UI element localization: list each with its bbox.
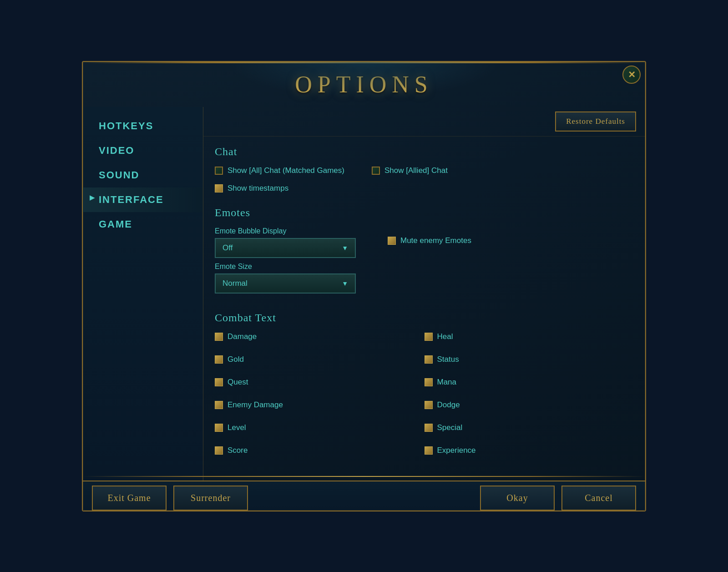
damage-row: Damage bbox=[215, 332, 425, 341]
emote-size-value: Normal bbox=[222, 279, 248, 288]
gold-row: Gold bbox=[215, 355, 425, 364]
combat-text-left-col: Damage Gold Quest bbox=[215, 332, 425, 461]
mana-label: Mana bbox=[437, 378, 457, 387]
special-row: Special bbox=[425, 423, 634, 432]
all-chat-label: Show [All] Chat (Matched Games) bbox=[228, 166, 344, 175]
sidebar-item-sound[interactable]: SOUND bbox=[83, 163, 203, 187]
experience-row: Experience bbox=[425, 446, 634, 455]
score-label: Score bbox=[228, 446, 248, 455]
enemy-damage-label: Enemy Damage bbox=[228, 400, 283, 410]
sidebar-item-hotkeys[interactable]: HOTKEYS bbox=[83, 114, 203, 138]
sidebar-item-interface[interactable]: INTERFACE bbox=[83, 187, 203, 212]
exit-game-button[interactable]: Exit Game bbox=[92, 486, 167, 511]
bubble-display-label: Emote Bubble Display bbox=[215, 227, 360, 235]
mute-emotes-label: Mute enemy Emotes bbox=[400, 236, 471, 245]
allied-chat-checkbox[interactable] bbox=[372, 167, 380, 175]
damage-label: Damage bbox=[228, 332, 257, 341]
enemy-damage-checkbox[interactable] bbox=[215, 401, 223, 409]
allied-chat-checkbox-row: Show [Allied] Chat bbox=[372, 166, 448, 175]
score-checkbox[interactable] bbox=[215, 446, 223, 455]
timestamps-checkbox-row: Show timestamps bbox=[215, 184, 634, 193]
emote-col-left: Emote Bubble Display Off ▼ Emote Size No… bbox=[215, 227, 360, 298]
dodge-row: Dodge bbox=[425, 400, 634, 410]
options-modal: ✕ OPTIONS HOTKEYS VIDEO SOUND INTERFACE … bbox=[82, 61, 646, 511]
experience-checkbox[interactable] bbox=[425, 446, 433, 455]
surrender-button[interactable]: Surrender bbox=[173, 486, 248, 511]
sidebar-item-video[interactable]: VIDEO bbox=[83, 138, 203, 163]
special-label: Special bbox=[437, 423, 463, 432]
mana-row: Mana bbox=[425, 378, 634, 387]
combat-text-grid: Damage Gold Quest bbox=[215, 332, 634, 461]
dodge-checkbox[interactable] bbox=[425, 401, 433, 409]
mute-emotes-checkbox-row: Mute enemy Emotes bbox=[388, 236, 471, 245]
quest-label: Quest bbox=[228, 378, 248, 387]
emote-size-label: Emote Size bbox=[215, 263, 360, 271]
emote-size-dropdown[interactable]: Normal ▼ bbox=[215, 273, 356, 294]
experience-label: Experience bbox=[437, 446, 476, 455]
heal-label: Heal bbox=[437, 332, 453, 341]
bubble-display-container: Emote Bubble Display Off ▼ bbox=[215, 227, 360, 258]
status-row: Status bbox=[425, 355, 634, 364]
bubble-display-dropdown[interactable]: Off ▼ bbox=[215, 238, 356, 258]
allied-chat-label: Show [Allied] Chat bbox=[384, 166, 448, 175]
footer: Exit Game Surrender Okay Cancel bbox=[83, 481, 645, 511]
emotes-section-title: Emotes bbox=[215, 207, 634, 219]
gold-label: Gold bbox=[228, 355, 244, 364]
combat-text-right-col: Heal Status Mana bbox=[425, 332, 634, 461]
emote-row: Emote Bubble Display Off ▼ Emote Size No… bbox=[215, 227, 634, 298]
page-title: OPTIONS bbox=[83, 62, 645, 105]
level-row: Level bbox=[215, 423, 425, 432]
timestamps-checkbox[interactable] bbox=[215, 184, 223, 192]
content-scroll[interactable]: Chat Show [All] Chat (Matched Games) Sho… bbox=[203, 137, 645, 481]
emote-size-container: Emote Size Normal ▼ bbox=[215, 263, 360, 294]
chat-section: Chat Show [All] Chat (Matched Games) Sho… bbox=[215, 146, 634, 193]
combat-text-section: Combat Text Damage Gold bbox=[215, 312, 634, 461]
combat-text-title: Combat Text bbox=[215, 312, 634, 324]
level-label: Level bbox=[228, 423, 246, 432]
dodge-label: Dodge bbox=[437, 400, 460, 410]
all-chat-checkbox-row: Show [All] Chat (Matched Games) bbox=[215, 166, 344, 175]
mute-emotes-checkbox[interactable] bbox=[388, 237, 396, 245]
emotes-section: Emotes Emote Bubble Display Off ▼ bbox=[215, 207, 634, 298]
chat-section-title: Chat bbox=[215, 146, 634, 158]
close-icon: ✕ bbox=[628, 69, 636, 80]
okay-button[interactable]: Okay bbox=[480, 486, 555, 511]
content-area: Restore Defaults Chat Show [All] Chat (M… bbox=[203, 107, 645, 481]
close-button[interactable]: ✕ bbox=[622, 66, 641, 84]
chat-checkboxes-row1: Show [All] Chat (Matched Games) Show [Al… bbox=[215, 166, 634, 182]
timestamps-label: Show timestamps bbox=[228, 184, 288, 193]
restore-defaults-button[interactable]: Restore Defaults bbox=[555, 111, 636, 132]
bubble-display-arrow: ▼ bbox=[342, 244, 348, 252]
status-label: Status bbox=[437, 355, 459, 364]
status-checkbox[interactable] bbox=[425, 355, 433, 364]
emote-col-right: Mute enemy Emotes bbox=[388, 227, 471, 252]
emote-size-arrow: ▼ bbox=[342, 280, 348, 287]
cancel-button[interactable]: Cancel bbox=[561, 486, 636, 511]
level-checkbox[interactable] bbox=[215, 424, 223, 432]
heal-checkbox[interactable] bbox=[425, 333, 433, 341]
sidebar: HOTKEYS VIDEO SOUND INTERFACE GAME bbox=[83, 107, 203, 481]
quest-checkbox[interactable] bbox=[215, 378, 223, 386]
enemy-damage-row: Enemy Damage bbox=[215, 400, 425, 410]
heal-row: Heal bbox=[425, 332, 634, 341]
main-layout: HOTKEYS VIDEO SOUND INTERFACE GAME Resto… bbox=[83, 107, 645, 481]
sidebar-item-game[interactable]: GAME bbox=[83, 212, 203, 237]
content-header: Restore Defaults bbox=[203, 107, 645, 137]
bottom-border-decoration bbox=[83, 476, 645, 477]
bubble-display-value: Off bbox=[222, 243, 233, 253]
special-checkbox[interactable] bbox=[425, 424, 433, 432]
gold-checkbox[interactable] bbox=[215, 355, 223, 364]
all-chat-checkbox[interactable] bbox=[215, 167, 223, 175]
top-border-decoration bbox=[83, 62, 645, 63]
score-row: Score bbox=[215, 446, 425, 455]
quest-row: Quest bbox=[215, 378, 425, 387]
damage-checkbox[interactable] bbox=[215, 333, 223, 341]
mana-checkbox[interactable] bbox=[425, 378, 433, 386]
